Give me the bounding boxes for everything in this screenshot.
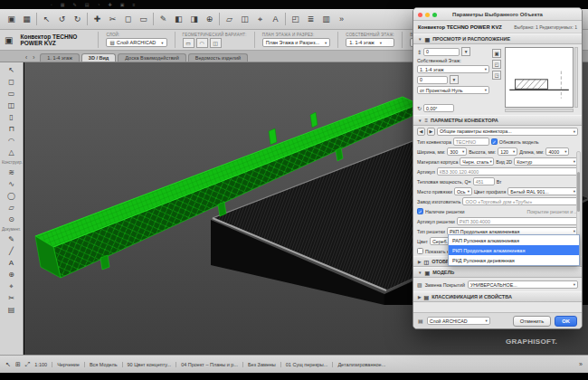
floorplan-display-dropdown[interactable]: План Этажа и Разрез...▾ (262, 38, 331, 47)
anchor-dropdown[interactable]: Ось▾ (454, 187, 472, 195)
length-dropdown[interactable]: 4000▾ (545, 147, 569, 156)
statusbar-item[interactable]: Без Замены (242, 362, 276, 367)
toolbox-tool-icon[interactable]: ⊓ (0, 123, 23, 135)
grille-type-option[interactable]: РКП Продольная алюминиевая (449, 245, 579, 255)
grille-checkbox[interactable]: ✓ (417, 208, 423, 214)
statusbar-item[interactable]: 1:100 (34, 362, 47, 367)
profile-color-dropdown[interactable]: Белый RAL 901...▾ (507, 187, 578, 195)
fixings-checkbox[interactable] (417, 248, 423, 254)
menubar-icon[interactable]: ✚ (108, 2, 111, 7)
power-value-field[interactable]: 451 (473, 177, 495, 185)
home-story-dropdown[interactable]: 1. 1-4 этаж▾ (417, 65, 489, 73)
angle-input[interactable]: 0,00° (423, 104, 454, 112)
parameter-group-dropdown[interactable]: Общие параметры конвектора...▾ (437, 128, 578, 136)
toolbox-tool-icon[interactable]: ╱ (0, 245, 23, 257)
toolbox-tool-icon[interactable]: ◯ (0, 190, 23, 202)
menubar-icon[interactable]: ▦ (61, 2, 65, 7)
height-dropdown[interactable]: 120▾ (498, 147, 517, 156)
toolbox-tool-icon[interactable]: A (0, 257, 23, 269)
close-icon[interactable] (418, 13, 422, 17)
statusbar-item[interactable]: Детализированное... (332, 362, 385, 367)
toolbar-icon[interactable]: ✚ (91, 14, 103, 24)
geometry-variant-button[interactable]: ▭ (183, 38, 194, 48)
toolbar-icon[interactable]: ▭ (138, 14, 149, 24)
toolbar-icon[interactable]: ◧ (173, 14, 185, 24)
toolbar-icon[interactable]: ◻ (122, 14, 134, 24)
factory-value-field[interactable]: ООО «Торговый дом «Трубы» (462, 197, 578, 205)
grille-type-option[interactable]: РКД Рулонная деревянная (449, 255, 579, 265)
statusbar-icon[interactable]: ⊞ (15, 361, 21, 368)
toolbox-tool-icon[interactable]: ▤ (0, 304, 23, 316)
preview-horizontal-scrollbar[interactable] (505, 109, 574, 112)
toolbox-tool-icon[interactable]: ▯ (0, 111, 23, 123)
stepper-icon[interactable]: ▾ (461, 47, 470, 56)
layer-dropdown[interactable]: ▤Слой ARCHICAD▾ (106, 38, 166, 47)
toolbox-tool-icon[interactable]: ≋ (0, 166, 23, 178)
toolbox-tool-icon[interactable]: ⊕ (0, 269, 23, 280)
preview-mode-button[interactable]: ◰ (492, 60, 501, 69)
statusbar-icon[interactable]: ↖ (5, 361, 11, 368)
grille-type-option[interactable]: РАП Рулонная алюминиевая (449, 235, 579, 245)
statusbar-icon[interactable]: ⤢ (25, 361, 31, 368)
toolbox-tool-icon[interactable]: ∿ (0, 178, 23, 190)
statusbar-item[interactable]: Вся Модель (84, 362, 118, 367)
reference-level-dropdown[interactable]: от Проектный Нуль▾ (417, 86, 489, 94)
width-dropdown[interactable]: 300▾ (447, 147, 467, 156)
cancel-button[interactable]: Отменить (513, 316, 552, 327)
statusbar-item[interactable]: 90 Цвет концепту... (122, 362, 172, 367)
dialog-title-bar[interactable]: Параметры Выбранного Объекта (413, 8, 582, 21)
next-page-icon[interactable]: ▶ (427, 128, 435, 136)
update-model-checkbox[interactable]: ✓ (491, 138, 498, 145)
view-tab[interactable]: 3D / Вид (81, 53, 116, 62)
surface-override-dropdown[interactable]: УНИВЕРСАЛЬНОЕ...▾ (468, 280, 578, 289)
toolbox-tool-icon[interactable]: ▭ (0, 88, 23, 100)
toolbar-icon[interactable]: » (336, 14, 347, 24)
geometry-variant-button[interactable]: ◫ (210, 38, 222, 48)
home-story-dropdown[interactable]: 1. 1-4 этаж▾ (346, 38, 394, 47)
statusbar-overflow-icon[interactable]: » (579, 361, 583, 367)
toolbox-tool-icon[interactable]: ◻ (0, 76, 23, 88)
toolbox-tool-icon[interactable]: ✎ (0, 233, 23, 245)
view-tab[interactable]: Доска Взаимодействий (118, 53, 185, 62)
section-preview-position[interactable]: ▼ ▦ ПРОСМОТР И РАСПОЛОЖЕНИЕ (413, 33, 582, 44)
toolbox-tool-icon[interactable]: ✂ (0, 292, 23, 304)
toolbar-icon[interactable]: ⊕ (204, 14, 215, 24)
geometry-variant-button[interactable]: ◠ (196, 38, 208, 48)
section-convector-parameters[interactable]: ▼ ≡ ПАРАМЕТРЫ КОНВЕКТОРА (413, 115, 582, 126)
menubar-icon[interactable]: ▤ (85, 2, 90, 7)
section-model[interactable]: ▼ ▣ МОДЕЛЬ (413, 267, 582, 278)
stepper-icon[interactable]: ▾ (450, 75, 459, 84)
section-classification[interactable]: ▶ ▤ КЛАССИФИКАЦИЯ И СВОЙСТВА (413, 291, 582, 302)
type-value-field[interactable]: TECHNO (453, 138, 489, 146)
toolbox-tool-icon[interactable]: ◠ (0, 135, 23, 147)
view-tab[interactable]: 1. 1-4 этаж (40, 53, 79, 62)
ok-button[interactable]: OK (555, 316, 577, 327)
preview-mode-button[interactable]: ▣ (492, 49, 501, 58)
toolbar-icon[interactable]: ✎ (157, 14, 169, 24)
toolbox-tool-icon[interactable]: ◫ (0, 100, 23, 111)
zoom-icon[interactable] (432, 13, 437, 17)
offset-input[interactable]: 0 (417, 76, 448, 84)
tab-back-icon[interactable]: ‹ (25, 54, 27, 61)
toolbar-icon[interactable]: ◨ (188, 14, 200, 24)
menubar-icon[interactable]: ◦ (51, 2, 52, 7)
toolbar-icon[interactable]: ✂ (107, 14, 119, 24)
toolbox-tool-icon[interactable]: ⌖ (0, 280, 23, 292)
menubar-icon[interactable]: ▣ (120, 2, 125, 7)
statusbar-item[interactable]: Черчение (52, 362, 80, 367)
toolbox-tool-icon[interactable]: ▱ (0, 202, 23, 214)
toolbar-icon[interactable]: ◫ (239, 14, 251, 24)
toolbar-icon[interactable]: ≣ (305, 14, 317, 24)
grille-article-field[interactable]: РКП 300.4000 (457, 217, 578, 225)
toolbar-icon[interactable]: ◰ (289, 14, 301, 24)
body-material-dropdown[interactable]: Черн. сталь▾ (460, 157, 494, 166)
article-value-field[interactable]: КВЗ 300.120.4000 (437, 167, 578, 176)
preview-vertical-scrollbar[interactable] (574, 47, 578, 108)
footer-layer-dropdown[interactable]: Слой ARCHICAD▾ (427, 317, 490, 325)
statusbar-item[interactable]: 04 Проект – Планы и р... (175, 362, 238, 367)
toolbox-tool-icon[interactable]: ↖ (0, 64, 23, 76)
object-preview[interactable] (505, 47, 578, 112)
toolbar-icon[interactable]: ↖ (41, 14, 52, 24)
menubar-icon[interactable]: ✎ (73, 2, 77, 7)
toolbar-icon[interactable]: ▣ (5, 14, 17, 24)
